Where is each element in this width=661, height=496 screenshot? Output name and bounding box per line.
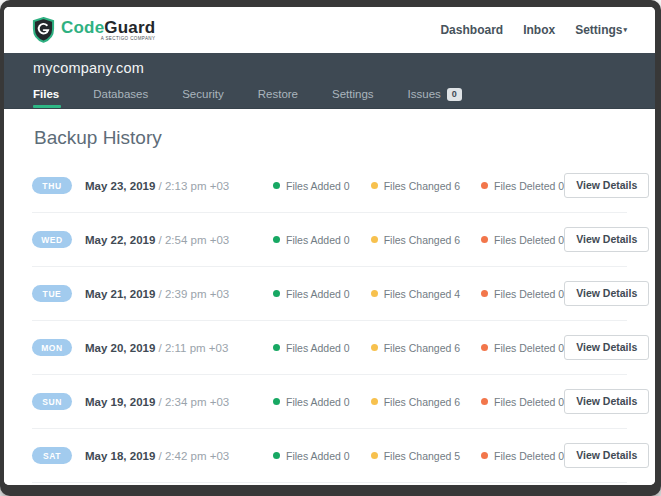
files-changed-stat: Files Changed 6 — [371, 342, 460, 354]
files-changed-label: Files Changed 6 — [384, 234, 460, 246]
backup-stats: Files Added 0 Files Changed 6 Files Dele… — [273, 342, 564, 354]
files-deleted-label: Files Deleted 0 — [494, 180, 564, 192]
files-added-label: Files Added 0 — [286, 288, 350, 300]
view-details-button[interactable]: View Details — [564, 389, 649, 414]
files-deleted-stat: Files Deleted 0 — [481, 234, 564, 246]
files-deleted-stat: Files Deleted 0 — [481, 180, 564, 192]
backup-row: WED May 22, 2019 / 2:54 pm +03 Files Add… — [32, 213, 627, 267]
logo-wordmark: CodeGuard A SECTIGO COMPANY — [61, 19, 155, 42]
files-added-label: Files Added 0 — [286, 450, 350, 462]
files-added-dot-icon — [273, 290, 280, 297]
main-content: Backup History THU May 23, 2019 / 2:13 p… — [4, 109, 655, 485]
files-deleted-label: Files Deleted 0 — [494, 342, 564, 354]
files-added-stat: Files Added 0 — [273, 234, 350, 246]
view-details-button[interactable]: View Details — [564, 173, 649, 198]
row-actions: View Details Restore Options — [564, 281, 655, 306]
backup-history-list: THU May 23, 2019 / 2:13 pm +03 Files Add… — [32, 159, 627, 483]
files-changed-dot-icon — [371, 398, 378, 405]
nav-item-settings[interactable]: Settings▾ — [575, 23, 627, 37]
site-domain: mycompany.com — [33, 60, 144, 76]
view-details-button[interactable]: View Details — [564, 281, 649, 306]
files-deleted-label: Files Deleted 0 — [494, 288, 564, 300]
backup-stats: Files Added 0 Files Changed 6 Files Dele… — [273, 180, 564, 192]
files-changed-stat: Files Changed 6 — [371, 396, 460, 408]
tab-settings[interactable]: Settings — [332, 82, 374, 108]
backup-row: TUE May 21, 2019 / 2:39 pm +03 Files Add… — [32, 267, 627, 321]
backup-date-text: May 21, 2019 — [85, 288, 155, 300]
backup-date-text: May 23, 2019 — [85, 180, 155, 192]
backup-time-text: / 2:54 pm +03 — [155, 234, 229, 246]
backup-stats: Files Added 0 Files Changed 6 Files Dele… — [273, 234, 564, 246]
files-changed-label: Files Changed 4 — [384, 288, 460, 300]
tab-security[interactable]: Security — [182, 82, 224, 108]
backup-stats: Files Added 0 Files Changed 4 Files Dele… — [273, 288, 564, 300]
tab-databases[interactable]: Databases — [93, 82, 148, 108]
backup-time-text: / 2:39 pm +03 — [155, 288, 229, 300]
files-changed-label: Files Changed 6 — [384, 180, 460, 192]
files-deleted-dot-icon — [481, 398, 488, 405]
backup-time-text: / 2:42 pm +03 — [155, 450, 229, 462]
top-bar: CodeGuard A SECTIGO COMPANY Dashboard In… — [4, 7, 655, 53]
files-changed-label: Files Changed 6 — [384, 342, 460, 354]
site-bar: mycompany.com — [4, 53, 655, 82]
files-changed-label: Files Changed 6 — [384, 396, 460, 408]
files-deleted-dot-icon — [481, 182, 488, 189]
backup-stats: Files Added 0 Files Changed 5 Files Dele… — [273, 450, 564, 462]
files-added-dot-icon — [273, 182, 280, 189]
files-added-label: Files Added 0 — [286, 342, 350, 354]
files-added-dot-icon — [273, 452, 280, 459]
row-actions: View Details Restore Options — [564, 335, 655, 360]
logo-tagline: A SECTIGO COMPANY — [61, 37, 155, 42]
logo-word: CodeGuard — [61, 18, 155, 37]
files-deleted-stat: Files Deleted 0 — [481, 396, 564, 408]
files-added-dot-icon — [273, 236, 280, 243]
nav-item-dashboard[interactable]: Dashboard — [440, 23, 503, 37]
chevron-down-icon: ▾ — [623, 26, 627, 33]
backup-row: SAT May 18, 2019 / 2:42 pm +03 Files Add… — [32, 429, 627, 483]
view-details-button[interactable]: View Details — [564, 443, 649, 468]
files-added-stat: Files Added 0 — [273, 396, 350, 408]
files-changed-dot-icon — [371, 344, 378, 351]
row-actions: View Details Restore Options — [564, 173, 655, 198]
files-added-stat: Files Added 0 — [273, 450, 350, 462]
backup-date: May 21, 2019 / 2:39 pm +03 — [85, 288, 273, 300]
files-deleted-dot-icon — [481, 236, 488, 243]
files-deleted-stat: Files Deleted 0 — [481, 342, 564, 354]
nav-item-inbox[interactable]: Inbox — [523, 23, 555, 37]
codeguard-logo[interactable]: CodeGuard A SECTIGO COMPANY — [32, 17, 155, 43]
files-added-dot-icon — [273, 344, 280, 351]
row-actions: View Details Restore Options — [564, 443, 655, 468]
files-added-stat: Files Added 0 — [273, 342, 350, 354]
files-changed-dot-icon — [371, 290, 378, 297]
tab-issues[interactable]: Issues0 — [408, 82, 462, 108]
backup-date-text: May 18, 2019 — [85, 450, 155, 462]
files-deleted-label: Files Deleted 0 — [494, 234, 564, 246]
backup-row: THU May 23, 2019 / 2:13 pm +03 Files Add… — [32, 159, 627, 213]
files-added-dot-icon — [273, 398, 280, 405]
day-badge: MON — [32, 339, 72, 356]
tab-files[interactable]: Files — [33, 82, 59, 108]
backup-date-text: May 22, 2019 — [85, 234, 155, 246]
backup-row: MON May 20, 2019 / 2:11 pm +03 Files Add… — [32, 321, 627, 375]
tab-restore[interactable]: Restore — [258, 82, 298, 108]
backup-row: SUN May 19, 2019 / 2:34 pm +03 Files Add… — [32, 375, 627, 429]
backup-date: May 22, 2019 / 2:54 pm +03 — [85, 234, 273, 246]
backup-date: May 23, 2019 / 2:13 pm +03 — [85, 180, 273, 192]
row-actions: View Details Restore Options — [564, 227, 655, 252]
day-badge: WED — [32, 231, 72, 248]
backup-date-text: May 19, 2019 — [85, 396, 155, 408]
files-changed-dot-icon — [371, 182, 378, 189]
top-navigation: Dashboard Inbox Settings▾ — [440, 23, 627, 37]
files-deleted-dot-icon — [481, 452, 488, 459]
backup-date: May 20, 2019 / 2:11 pm +03 — [85, 342, 273, 354]
files-added-label: Files Added 0 — [286, 180, 350, 192]
files-added-label: Files Added 0 — [286, 396, 350, 408]
files-added-label: Files Added 0 — [286, 234, 350, 246]
backup-date: May 19, 2019 / 2:34 pm +03 — [85, 396, 273, 408]
backup-time-text: / 2:13 pm +03 — [155, 180, 229, 192]
files-deleted-dot-icon — [481, 290, 488, 297]
view-details-button[interactable]: View Details — [564, 227, 649, 252]
files-deleted-label: Files Deleted 0 — [494, 396, 564, 408]
files-changed-stat: Files Changed 6 — [371, 180, 460, 192]
view-details-button[interactable]: View Details — [564, 335, 649, 360]
